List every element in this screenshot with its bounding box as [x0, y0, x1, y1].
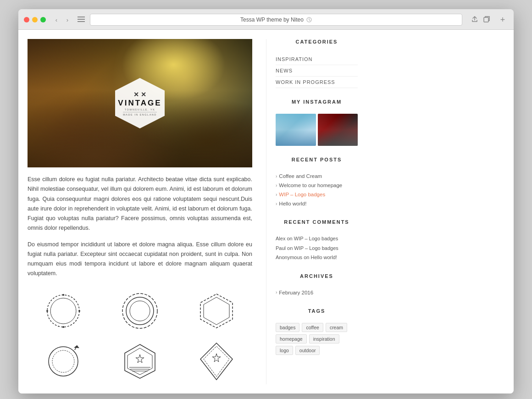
main-column: ✕ ✕ VINTAGE TOWNSVILLE, YK MADE IN ENGLA…	[28, 39, 266, 384]
vintage-label: VINTAGE	[118, 99, 161, 107]
traffic-lights	[24, 17, 46, 22]
recent-posts-section: RECENT POSTS › Coffee and Cream › Welcom…	[276, 157, 358, 208]
archives-title: ARCHIVES	[276, 273, 358, 283]
svg-marker-20	[125, 344, 155, 378]
forward-button[interactable]: ›	[62, 15, 72, 24]
svg-marker-25	[136, 355, 144, 363]
badge-6	[180, 338, 252, 384]
category-inspiration[interactable]: INSPIRATION	[276, 54, 358, 65]
category-news[interactable]: NEWS	[276, 65, 358, 77]
address-bar[interactable]: Tessa WP theme by Niteo	[90, 14, 462, 26]
comment-paul[interactable]: Paul on WIP – Logo badges	[276, 244, 358, 253]
svg-rect-0	[78, 17, 85, 17]
instagram-grid	[276, 114, 358, 146]
post-label: Hello world!	[279, 201, 306, 206]
article-paragraph-2: Do eiusmod tempor incididunt ut labore e…	[28, 240, 252, 279]
categories-list: INSPIRATION NEWS WORK IN PROGRESS	[276, 54, 358, 88]
post-label: Coffee and Cream	[279, 173, 322, 179]
duplicate-button[interactable]	[482, 15, 492, 24]
hero-image: ✕ ✕ VINTAGE TOWNSVILLE, YK MADE IN ENGLA…	[28, 39, 252, 167]
vintage-subtitle: TOWNSVILLE, YK	[125, 108, 155, 111]
comments-list: Alex on WIP – Logo badges Paul on WIP – …	[276, 234, 358, 262]
comment-alex[interactable]: Alex on WIP – Logo badges	[276, 234, 358, 244]
badge-4	[28, 338, 100, 384]
browser-actions	[470, 15, 492, 24]
recent-comments-title: RECENT COMMENTS	[276, 219, 358, 228]
instagram-image-1[interactable]	[276, 114, 316, 146]
svg-marker-19	[74, 345, 79, 348]
tags-container: badges coffee cream homepage inspiration…	[276, 323, 358, 355]
chevron-icon: ›	[276, 174, 277, 179]
svg-marker-15	[204, 297, 229, 325]
instagram-title: MY INSTAGRAM	[276, 99, 358, 108]
badge-1	[28, 288, 100, 334]
share-button[interactable]	[470, 15, 480, 24]
minimize-button[interactable]	[32, 17, 38, 22]
browser-chrome: ‹ › Tessa WP theme by Niteo +	[18, 9, 514, 30]
tag-cream[interactable]: cream	[326, 323, 347, 332]
close-button[interactable]	[24, 17, 29, 22]
category-wip[interactable]: WORK IN PROGRESS	[276, 77, 358, 88]
badge-2	[104, 288, 176, 334]
sidebar-toggle-button[interactable]	[76, 15, 86, 24]
post-hello-world[interactable]: › Hello world!	[276, 199, 358, 208]
categories-section: CATEGORIES INSPIRATION NEWS WORK IN PROG…	[276, 39, 358, 88]
comment-anonymous[interactable]: Anonymous on Hello world!	[276, 253, 358, 262]
tag-badges[interactable]: badges	[276, 323, 299, 332]
archives-list: › February 2016	[276, 288, 358, 297]
tag-homepage[interactable]: homepage	[276, 334, 307, 344]
new-tab-button[interactable]: +	[497, 14, 508, 25]
post-label: WIP – Logo badges	[279, 192, 325, 197]
tags-title: TAGS	[276, 308, 358, 317]
post-welcome[interactable]: › Welcome to our homepage	[276, 181, 358, 190]
instagram-image-2[interactable]	[318, 114, 358, 146]
post-wip-badges[interactable]: › WIP – Logo badges	[276, 190, 358, 199]
badge-grid	[28, 288, 252, 384]
svg-point-5	[47, 295, 79, 327]
svg-point-16	[49, 347, 78, 376]
badge-3	[180, 288, 252, 334]
maximize-button[interactable]	[40, 17, 46, 22]
hexagon-shape: ✕ ✕ VINTAGE TOWNSVILLE, YK MADE IN ENGLA…	[112, 78, 167, 128]
back-button[interactable]: ‹	[51, 15, 61, 24]
tag-inspiration[interactable]: inspiration	[309, 334, 339, 344]
recent-comments-section: RECENT COMMENTS Alex on WIP – Logo badge…	[276, 219, 358, 262]
svg-rect-2	[78, 21, 85, 22]
archives-section: ARCHIVES › February 2016	[276, 273, 358, 297]
chevron-icon: ›	[276, 183, 277, 188]
svg-marker-21	[127, 348, 152, 375]
vintage-badge: ✕ ✕ VINTAGE TOWNSVILLE, YK MADE IN ENGLA…	[112, 78, 167, 128]
recent-posts-list: › Coffee and Cream › Welcome to our home…	[276, 172, 358, 208]
article-paragraph-1: Esse cillum dolore eu fugiat nulla paria…	[28, 175, 252, 233]
svg-marker-28	[212, 354, 221, 362]
svg-rect-1	[78, 19, 85, 20]
svg-point-6	[50, 298, 76, 324]
tag-logo[interactable]: logo	[276, 346, 293, 355]
svg-point-7	[62, 294, 64, 296]
tags-section: TAGS badges coffee cream homepage inspir…	[276, 308, 358, 355]
page-content: ✕ ✕ VINTAGE TOWNSVILLE, YK MADE IN ENGLA…	[18, 30, 514, 393]
svg-point-8	[78, 310, 80, 312]
tag-outdoor[interactable]: outdoor	[295, 346, 320, 355]
svg-marker-14	[200, 294, 233, 328]
browser-window: ‹ › Tessa WP theme by Niteo +	[18, 9, 514, 393]
svg-point-11	[122, 294, 157, 328]
nav-buttons: ‹ ›	[51, 15, 72, 24]
svg-point-13	[130, 301, 150, 321]
badge-5	[104, 338, 176, 384]
categories-title: CATEGORIES	[276, 39, 358, 48]
tag-coffee[interactable]: coffee	[302, 323, 323, 332]
post-label: Welcome to our homepage	[279, 183, 342, 188]
chevron-icon: ›	[276, 201, 277, 206]
archive-feb-2016[interactable]: › February 2016	[276, 288, 358, 297]
instagram-section: MY INSTAGRAM	[276, 99, 358, 146]
archive-label: February 2016	[279, 290, 313, 295]
svg-point-9	[62, 326, 64, 328]
svg-rect-4	[484, 17, 488, 22]
svg-marker-27	[204, 346, 229, 377]
url-text: Tessa WP theme by Niteo	[240, 17, 304, 23]
post-coffee-cream[interactable]: › Coffee and Cream	[276, 172, 358, 181]
vintage-footer: MADE IN ENGLAND	[123, 112, 157, 116]
svg-point-12	[126, 297, 154, 325]
chevron-icon: ›	[276, 192, 277, 197]
